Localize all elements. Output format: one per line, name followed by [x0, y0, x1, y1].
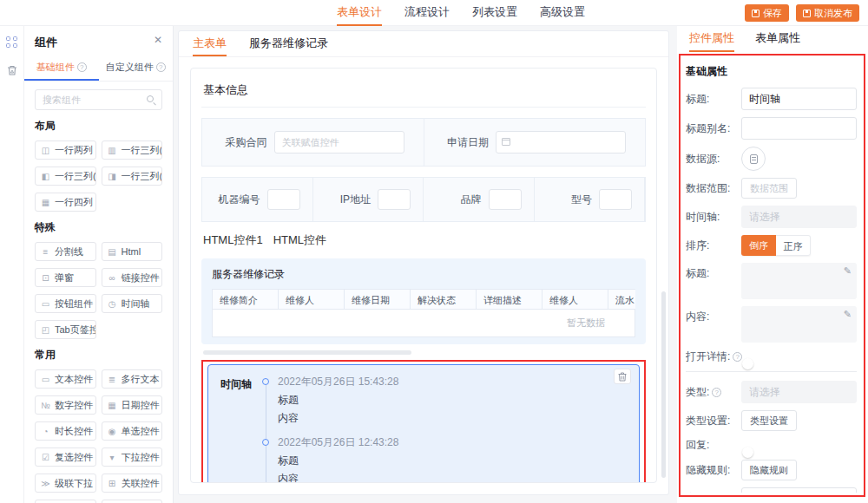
prop-label: 排序: [686, 238, 741, 253]
component-item[interactable]: ☑ 复选控件 [35, 447, 96, 467]
purchase-contract-input[interactable] [274, 131, 404, 154]
component-item[interactable]: ◨ 一行三列(右) [102, 167, 163, 186]
components-tab[interactable]: 基础组件 [24, 56, 99, 81]
tab-form-properties[interactable]: 表单属性 [755, 26, 800, 52]
component-search-input[interactable] [36, 90, 161, 109]
unpublish-button[interactable]: 取消发布 [796, 4, 859, 22]
header-actions: 保存 取消发布 [745, 4, 859, 22]
header-tab[interactable]: 列表设置 [472, 0, 517, 26]
component-item[interactable]: ⊚ 附件控件 [35, 500, 96, 503]
component-icon: ◰ [41, 325, 50, 335]
datarange-button[interactable]: 数据范围 [741, 178, 797, 199]
component-item[interactable]: ⊡ 附件预览控件 [102, 500, 163, 503]
components-tab[interactable]: 自定义组件 [99, 56, 174, 81]
component-item-label: 下拉控件 [122, 451, 160, 464]
title-alias-input[interactable] [741, 117, 857, 140]
timeline-entry-time: 2022年05月26日 12:43:28 [278, 437, 398, 448]
component-item[interactable]: ▦ 一行四列 [35, 193, 96, 212]
component-item[interactable]: ≡ 分割线 [35, 242, 96, 261]
component-icon: ≡ [41, 247, 50, 257]
field-input[interactable] [489, 189, 522, 210]
component-item[interactable]: ⊡ 弹窗 [35, 268, 96, 287]
html-widget[interactable]: HTML控件1 HTML控件 [203, 232, 644, 248]
item-content-box[interactable] [741, 306, 857, 343]
field-description-textarea[interactable] [741, 487, 857, 493]
prop-sort: 排序: 倒序 正序 [686, 235, 857, 256]
component-item[interactable]: ▤ Html [102, 242, 163, 261]
datasource-button[interactable] [741, 147, 766, 171]
tab-server-repair-record[interactable]: 服务器维修记录 [249, 31, 328, 56]
component-item[interactable]: ∞ 链接控件 [102, 268, 163, 287]
title-input[interactable] [741, 88, 857, 110]
component-item[interactable]: ▭ 按钮组件 [35, 294, 96, 313]
component-item[interactable]: ◫ 一行两列 [35, 140, 96, 160]
timeline-label: 时间轴 [208, 376, 262, 483]
prop-timeline: 时间轴: [686, 206, 857, 228]
delete-widget-button[interactable] [614, 369, 631, 384]
component-item-label: 单选控件 [122, 425, 160, 438]
component-item-label: 一行三列(左) [55, 170, 96, 183]
basic-properties-title: 基础属性 [686, 64, 857, 79]
edit-icon[interactable] [844, 265, 852, 277]
component-item[interactable]: № 数字控件 [35, 395, 96, 415]
component-icon: ◷ [108, 299, 117, 309]
trash-icon[interactable] [6, 64, 18, 76]
component-item[interactable]: ≣ 多行文本 [102, 369, 163, 389]
timeline-widget[interactable]: 时间轴 2022年05月26日 15:43:28 标题 内容 2022年05月2… [207, 364, 640, 483]
close-icon[interactable]: ✕ [154, 34, 162, 46]
subform-server-repair[interactable]: 服务器维修记录 维修简介 维修人 维修日期 解决状态 详细描述 维修人 [201, 258, 646, 344]
field-input[interactable] [378, 189, 411, 210]
properties-panel: 控件属性 表单属性 基础属性 标题: 标题别名: 数据源: 数据范围: 数据范围 [677, 26, 868, 503]
component-item[interactable]: ▥ 一行三列(等比) [102, 140, 163, 160]
vertical-scrollbar[interactable] [661, 291, 666, 478]
tab-widget-properties[interactable]: 控件属性 [689, 26, 734, 52]
save-button[interactable]: 保存 [745, 4, 789, 22]
properties-content: 基础属性 标题: 标题别名: 数据源: 数据范围: 数据范围 时间轴: [686, 59, 857, 493]
component-item[interactable]: ⊞ 关联控件 [102, 474, 163, 493]
left-rail [0, 26, 24, 503]
timeline-entry-content: 内容 [278, 411, 398, 426]
component-item-label: 一行三列(等比) [122, 144, 163, 157]
subform-column-header: 维修人 [279, 289, 345, 310]
component-item[interactable]: ≫ 级联下拉 [35, 474, 96, 493]
horizontal-scrollbar[interactable] [203, 350, 411, 355]
type-setting-button[interactable]: 类型设置 [741, 410, 797, 431]
component-item-label: 分割线 [55, 245, 83, 258]
edit-icon[interactable] [844, 309, 852, 320]
header-tab[interactable]: 流程设计 [404, 0, 450, 26]
save-icon [752, 10, 760, 17]
component-item[interactable]: ◔ 时长控件 [35, 421, 96, 441]
component-icon: ◔ [41, 427, 50, 436]
component-item[interactable]: ▭ 文本控件 [35, 369, 96, 389]
component-item-label: 时间轴 [122, 297, 150, 310]
prop-item-title: 标题: [686, 263, 857, 299]
tab-main-form[interactable]: 主表单 [193, 31, 227, 56]
subform-column-header: 流水 [608, 289, 635, 310]
component-item[interactable]: ◷ 时间轴 [102, 294, 163, 313]
html-widget-content: HTML控件 [273, 232, 326, 248]
component-item[interactable]: ▦ 日期控件 [102, 395, 163, 415]
apply-date-input[interactable] [496, 131, 626, 154]
search-icon [147, 95, 154, 102]
components-panel-title: 组件 [35, 36, 57, 49]
components-grid-icon[interactable] [6, 36, 18, 49]
sort-desc-button[interactable]: 倒序 [741, 235, 776, 256]
field-input[interactable] [267, 189, 300, 210]
component-item-label: Html [122, 246, 141, 257]
field-input[interactable] [599, 189, 632, 210]
component-item[interactable]: ◉ 单选控件 [102, 421, 163, 441]
component-item[interactable]: ◰ Tab页签控件 [35, 320, 96, 339]
component-item[interactable]: ◧ 一行三列(左) [35, 167, 96, 186]
field-label: 品牌 [461, 193, 482, 207]
component-item[interactable]: ▾ 下拉控件 [102, 447, 163, 467]
header-tab[interactable]: 高级设置 [540, 0, 585, 26]
prop-item-content: 内容: [686, 306, 857, 343]
type-select[interactable] [741, 381, 857, 403]
timeline-entry-title: 标题 [278, 393, 398, 408]
hide-rule-button[interactable]: 隐藏规则 [741, 460, 797, 480]
item-title-box[interactable] [741, 263, 857, 299]
sort-asc-button[interactable]: 正序 [776, 235, 811, 256]
timeline-select[interactable] [741, 206, 857, 228]
header-tab[interactable]: 表单设计 [337, 0, 382, 26]
prop-label: 标题: [686, 263, 741, 281]
